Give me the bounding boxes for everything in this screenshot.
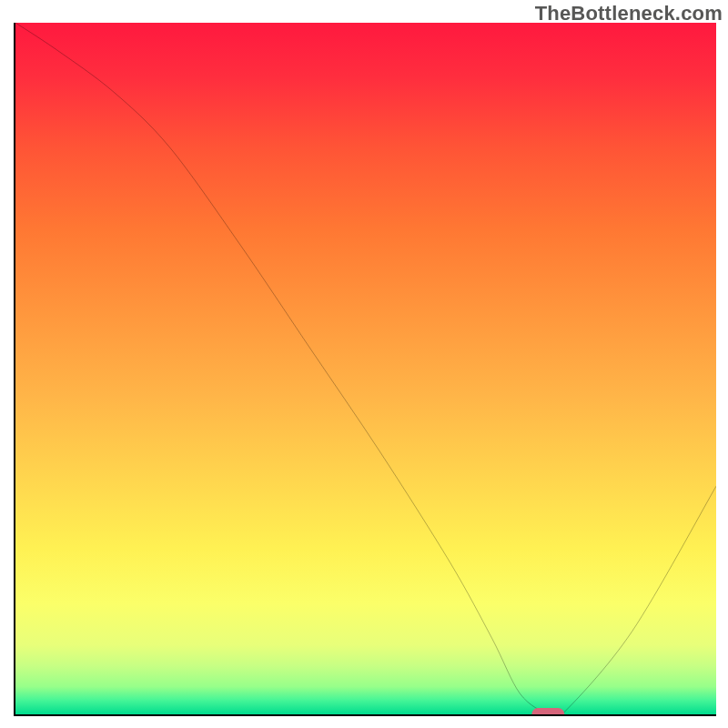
- bottleneck-curve: [15, 23, 716, 714]
- plot-area: [14, 23, 716, 716]
- minimum-marker: [531, 708, 563, 716]
- watermark-text: TheBottleneck.com: [535, 2, 723, 25]
- chart-container: TheBottleneck.com: [0, 0, 728, 728]
